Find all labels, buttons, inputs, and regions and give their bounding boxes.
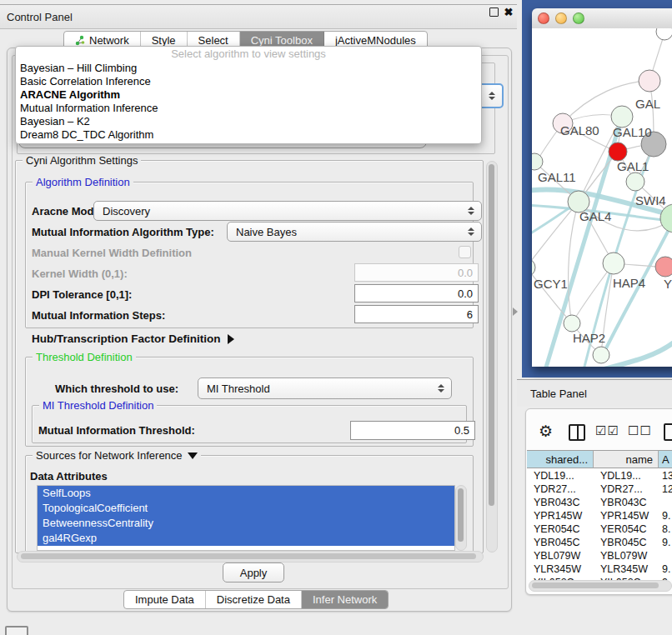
bottom-tab-label: Discretize Data <box>217 593 290 606</box>
close-traffic-light[interactable] <box>538 12 549 24</box>
table-row[interactable]: YBL079WYBL079W <box>527 549 672 562</box>
mi-threshold-value: 0.5 <box>454 424 469 437</box>
manual-kernel-width-checkbox[interactable] <box>459 246 471 258</box>
hub-definition-toggle[interactable]: Hub/Transcription Factor Definition <box>32 332 234 345</box>
hub-definition-label: Hub/Transcription Factor Definition <box>32 332 221 345</box>
minimized-panel-icon[interactable] <box>5 626 28 635</box>
control-panel-title: Control Panel <box>7 11 73 23</box>
attributes-scrollbar[interactable] <box>455 485 467 551</box>
node-hap2[interactable] <box>564 315 580 332</box>
table-row[interactable]: YLR345WYLR345W9. <box>527 562 672 576</box>
apply-button-label: Apply <box>240 567 268 579</box>
kernel-width-label: Kernel Width (0,1): <box>32 268 128 280</box>
bottom-tab-label: Impute Data <box>135 593 194 606</box>
table-row[interactable]: YDL19...YDL19...13 <box>527 469 672 482</box>
bottom-tab-strip: Impute DataDiscretize DataInfer Network <box>123 590 389 609</box>
zoom-traffic-light[interactable] <box>573 12 584 24</box>
column-header-shared[interactable]: shared... <box>527 450 594 468</box>
tab-label: Cyni Toolbox <box>251 34 313 47</box>
mi-threshold-field[interactable]: 0.5 <box>350 421 475 440</box>
tab-label: Network <box>89 34 129 47</box>
node-label: GAL11 <box>538 170 576 184</box>
node-label: GAL4 <box>579 209 611 223</box>
node-y[interactable] <box>655 257 672 277</box>
panel-collapse-arrow-icon[interactable] <box>513 308 518 316</box>
aracne-mode-combo[interactable]: Discovery <box>93 201 482 221</box>
network-window-titlebar[interactable] <box>532 8 672 29</box>
node-gal1[interactable] <box>609 142 627 161</box>
algorithm-option-dream8-dc-tdc-algorithm[interactable]: Dream8 DC_TDC Algorithm <box>16 128 481 142</box>
cell: YBL079W <box>594 549 659 562</box>
table-hscrollbar[interactable] <box>529 580 672 592</box>
bottom-tab-discretize-data[interactable]: Discretize Data <box>206 591 302 608</box>
apply-button[interactable]: Apply <box>223 562 284 582</box>
minimize-traffic-light[interactable] <box>555 12 567 24</box>
table-row[interactable]: YER054CYER054C8. <box>527 522 672 536</box>
node-swi4[interactable] <box>626 172 644 191</box>
cell: YDL19... <box>594 469 659 482</box>
gear-icon[interactable]: ⚙ <box>539 422 553 441</box>
node-label: HAP4 <box>613 276 645 290</box>
sources-legend-wrap[interactable]: Sources for Network Inference <box>33 449 201 462</box>
algorithm-option-aracne-algorithm[interactable]: ARACNE Algorithm <box>16 88 481 102</box>
table-row[interactable]: YPR145WYPR145W9. <box>527 509 672 522</box>
algorithm-definition-legend: Algorithm Definition <box>33 176 133 188</box>
cell: YPR145W <box>527 509 594 522</box>
kernel-width-field[interactable]: 0.0 <box>354 263 479 282</box>
bottom-tab-impute-data[interactable]: Impute Data <box>124 591 206 608</box>
network-view-window[interactable]: GALGAL80GAL10GAL1SWI4GAL11GAL4GCY1HAP4YH… <box>532 8 672 367</box>
algorithm-option-bayesian-hill-climbing[interactable]: Bayesian – Hill Climbing <box>16 62 481 75</box>
mi-type-combo[interactable]: Naive Bayes <box>227 222 482 242</box>
select-all-checkboxes-icon[interactable]: ☑☑ <box>595 423 619 438</box>
dpi-tolerance-field[interactable]: 0.0 <box>354 284 479 302</box>
node[interactable] <box>660 204 672 232</box>
attribute-item-gal4rgexp[interactable]: gal4RGexp <box>38 531 454 546</box>
column-header-a[interactable]: A <box>659 450 672 468</box>
node-hap4[interactable] <box>603 252 624 274</box>
table-row[interactable]: YBR043CYBR043C <box>527 496 672 509</box>
mi-steps-field[interactable]: 6 <box>354 305 479 323</box>
split-columns-icon[interactable] <box>569 424 585 441</box>
node-label: Y <box>664 277 672 291</box>
network-canvas[interactable]: GALGAL80GAL10GAL1SWI4GAL11GAL4GCY1HAP4YH… <box>532 28 672 367</box>
table-panel-title: Table Panel <box>530 388 587 400</box>
which-threshold-combo[interactable]: MI Threshold <box>198 378 452 399</box>
algorithm-option-mutual-information-inference[interactable]: Mutual Information Inference <box>16 102 481 115</box>
algorithm-option-basic-correlation-inference[interactable]: Basic Correlation Inference <box>16 75 481 88</box>
mi-type-label: Mutual Information Algorithm Type: <box>32 226 214 238</box>
close-panel-button[interactable]: ✖ <box>503 6 514 18</box>
node-label: GAL10 <box>613 125 652 139</box>
attribute-item-betweennesscentrality[interactable]: BetweennessCentrality <box>38 516 454 531</box>
attribute-item-topologicalcoefficient[interactable]: TopologicalCoefficient <box>38 501 454 516</box>
float-panel-button[interactable] <box>488 6 499 18</box>
table-row[interactable]: YDR27...YDR27...12 <box>527 482 672 496</box>
column-header-name[interactable]: name <box>594 450 659 468</box>
cell: YBR043C <box>527 496 594 509</box>
settings-hscrollbar[interactable] <box>17 551 484 562</box>
cyni-bottom-tabs: Impute DataDiscretize DataInfer Network <box>123 590 389 609</box>
deselect-checkboxes-icon[interactable]: ☐☐ <box>628 423 652 438</box>
which-threshold-label: Which threshold to use: <box>55 382 178 395</box>
mi-threshold-label: Mutual Information Threshold: <box>38 424 195 437</box>
network-icon <box>75 35 85 46</box>
mi-steps-value: 6 <box>467 308 473 321</box>
node[interactable] <box>656 28 672 40</box>
tab-label: Style <box>152 34 176 47</box>
table-row[interactable]: YBR045CYBR045C9. <box>527 536 672 549</box>
node-gal[interactable] <box>639 70 660 92</box>
cell: YDR27... <box>527 482 594 496</box>
bottom-tab-infer-network[interactable]: Infer Network <box>302 591 388 608</box>
document-icon[interactable] <box>664 423 672 441</box>
mi-type-value: Naive Bayes <box>236 226 297 238</box>
node[interactable] <box>593 347 609 363</box>
algorithm-option-bayesian-k2[interactable]: Bayesian – K2 <box>16 115 481 128</box>
tab-label: jActiveMNodules <box>335 34 416 47</box>
settings-scrollbar[interactable] <box>486 161 498 552</box>
cell: 9. <box>659 562 672 576</box>
aracne-mode-value: Discovery <box>103 205 150 218</box>
dpi-tolerance-label: DPI Tolerance [0,1]: <box>32 288 132 301</box>
cell: 13 <box>659 469 672 482</box>
attribute-item-selfloops[interactable]: SelfLoops <box>38 486 454 501</box>
node-label: GCY1 <box>534 277 568 291</box>
node-gcy1[interactable] <box>532 258 535 277</box>
